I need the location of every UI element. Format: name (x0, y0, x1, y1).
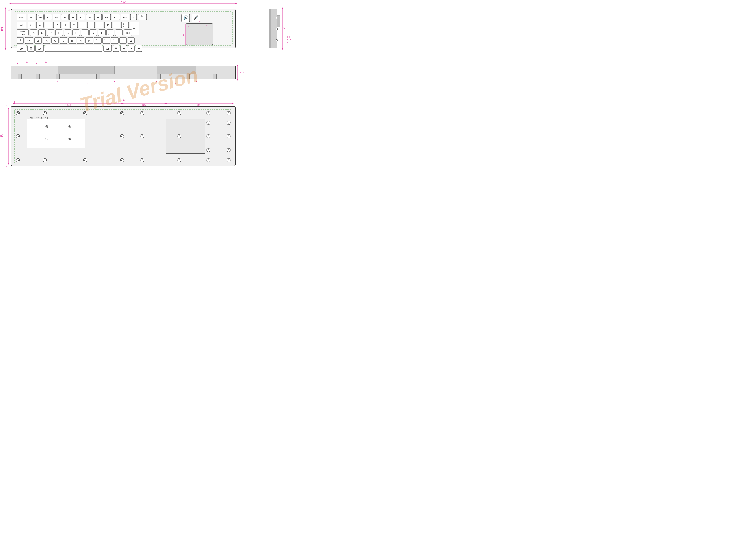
svg-marker-196 (57, 81, 58, 82)
svg-text:L: L (101, 32, 102, 34)
svg-text:Lock: Lock (21, 33, 25, 35)
svg-text:A: A (33, 32, 35, 34)
svg-text:[: [ (115, 25, 115, 27)
svg-rect-109 (77, 37, 84, 44)
svg-rect-164 (269, 9, 271, 48)
svg-rect-145 (192, 14, 200, 22)
svg-text:110: 110 (1, 135, 4, 139)
svg-point-240 (179, 136, 180, 137)
svg-point-233 (16, 135, 20, 138)
svg-rect-179 (11, 66, 235, 79)
svg-text:;: ; (108, 33, 109, 35)
svg-text:J: J (84, 32, 85, 34)
svg-marker-204 (237, 64, 238, 66)
svg-rect-147 (186, 23, 213, 45)
svg-point-266 (208, 160, 209, 161)
svg-rect-23 (94, 14, 101, 20)
svg-rect-186 (213, 74, 217, 79)
svg-rect-103 (52, 37, 59, 44)
svg-text:FN: FN (27, 39, 30, 42)
svg-text:ESC: ESC (20, 16, 24, 19)
svg-rect-7 (36, 14, 43, 20)
svg-rect-44 (53, 22, 61, 28)
svg-rect-46 (62, 22, 69, 28)
svg-point-250 (208, 149, 209, 151)
svg-point-268 (228, 160, 229, 161)
svg-text:Ctrl: Ctrl (20, 48, 23, 50)
svg-rect-38 (28, 22, 35, 28)
svg-point-255 (43, 158, 47, 162)
svg-rect-180 (18, 74, 21, 79)
svg-point-236 (121, 136, 123, 137)
svg-rect-50 (79, 22, 86, 28)
svg-text:V: V (63, 39, 64, 42)
svg-text:←: ← (141, 17, 143, 19)
svg-rect-93 (124, 29, 132, 36)
svg-text:S: S (41, 32, 43, 34)
svg-rect-85 (98, 29, 105, 36)
svg-rect-29 (121, 14, 129, 20)
svg-text:▲: ▲ (130, 39, 133, 42)
svg-rect-33 (138, 14, 146, 20)
svg-text:183.5: 183.5 (65, 103, 72, 106)
svg-text:392: 392 (121, 98, 125, 101)
svg-text:6-M4·20????(????): 6-M4·20????(????) (28, 117, 48, 119)
watermark: Trial Version (78, 63, 200, 117)
svg-rect-95 (17, 37, 23, 44)
svg-point-248 (228, 122, 229, 123)
svg-text:F7: F7 (80, 16, 83, 19)
svg-text:F6: F6 (72, 16, 74, 19)
svg-rect-0 (11, 9, 235, 48)
svg-point-232 (228, 113, 229, 114)
svg-rect-31 (131, 14, 137, 20)
svg-marker-201 (196, 81, 198, 82)
svg-text:F2: F2 (40, 16, 42, 19)
svg-marker-288 (6, 166, 7, 167)
svg-point-224 (121, 113, 123, 114)
svg-text:109: 109 (84, 82, 88, 85)
svg-marker-190 (16, 62, 18, 64)
svg-point-243 (227, 135, 231, 138)
svg-marker-292 (8, 163, 9, 165)
svg-point-237 (141, 135, 144, 138)
svg-text:►: ► (138, 47, 141, 50)
svg-text:⊕: ⊕ (45, 137, 48, 141)
svg-text:84: 84 (282, 26, 285, 29)
svg-rect-208 (15, 109, 232, 163)
svg-text:R2.5: R2.5 (188, 25, 192, 27)
svg-text:R1: R1 (206, 24, 209, 26)
svg-text:▼: ▼ (130, 47, 133, 50)
svg-text:400: 400 (121, 0, 125, 3)
svg-text:K: K (92, 32, 94, 34)
svg-point-263 (178, 158, 181, 162)
svg-text:@: @ (39, 17, 41, 19)
svg-text:{: { (115, 23, 115, 25)
svg-text:I: I (91, 24, 91, 26)
svg-rect-75 (56, 29, 63, 36)
svg-text:,: , (96, 41, 96, 43)
svg-rect-168 (277, 16, 280, 27)
svg-rect-116 (103, 37, 110, 44)
svg-rect-107 (68, 37, 76, 44)
svg-rect-56 (104, 22, 112, 28)
svg-rect-130 (36, 45, 44, 52)
svg-point-231 (227, 112, 231, 115)
svg-text:124: 124 (1, 27, 4, 32)
svg-point-249 (207, 148, 210, 152)
svg-rect-1 (14, 12, 233, 45)
svg-text:Z: Z (37, 39, 39, 42)
svg-point-165 (276, 17, 278, 19)
svg-text:80: 80 (0, 135, 2, 138)
svg-text:X: X (46, 39, 47, 42)
svg-rect-54 (96, 22, 103, 28)
svg-rect-132 (45, 45, 102, 52)
svg-point-238 (142, 136, 143, 137)
svg-text:R3: R3 (7, 9, 9, 11)
svg-marker-197 (114, 81, 116, 82)
svg-point-167 (276, 39, 278, 41)
svg-text:.: . (104, 41, 105, 43)
svg-marker-159 (5, 7, 6, 9)
svg-text:⊕: ⊕ (45, 125, 48, 128)
svg-point-245 (207, 121, 210, 125)
svg-marker-287 (6, 105, 7, 106)
